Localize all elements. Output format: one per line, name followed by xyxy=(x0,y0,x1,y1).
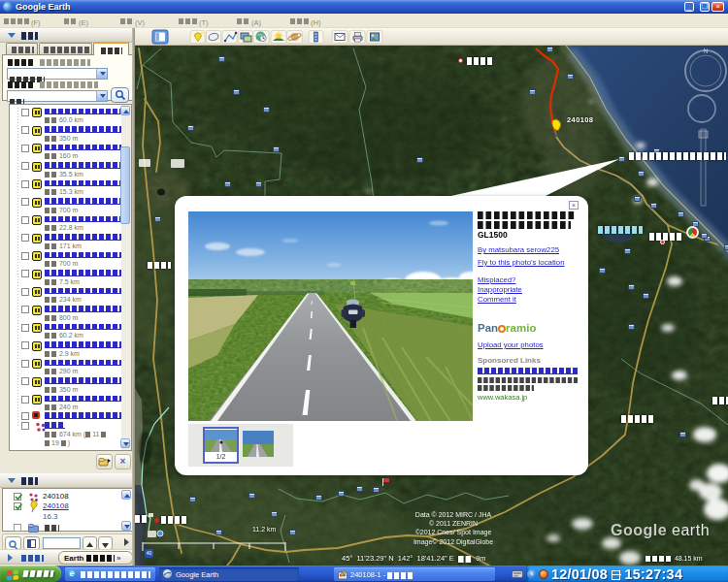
svg-text:N: N xyxy=(703,48,708,54)
